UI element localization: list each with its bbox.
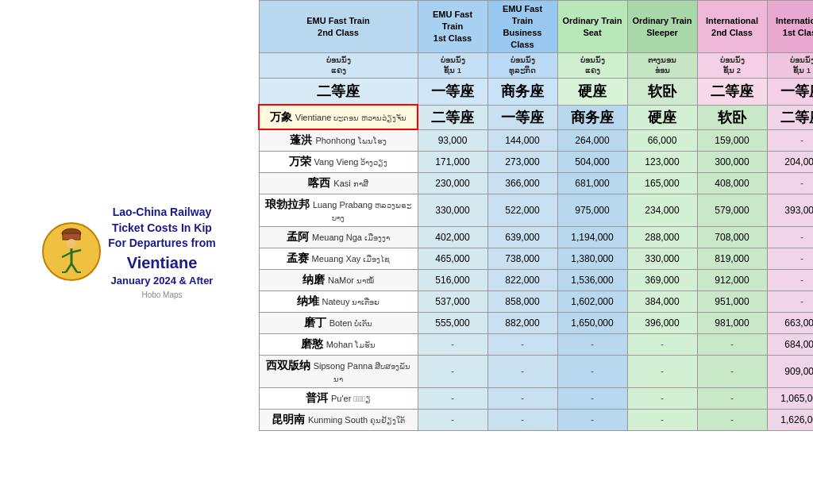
- price-dash: -: [557, 388, 627, 410]
- hobo-maps-label: Hobo Maps: [108, 290, 215, 299]
- price-cell: 165,000: [627, 173, 697, 194]
- col-chinese-ordseat: 硬座: [557, 79, 627, 106]
- price-cell: 639,000: [487, 227, 557, 248]
- price-dash: -: [767, 173, 813, 194]
- table-row: 万象Vientianeບະດອນ ຫວານວ່ຽງຈັນ二等座一等座商务座硬座软…: [259, 105, 813, 129]
- header-row-sub: ບ່ອນນັ່ງແຄງບ່ອນນັ່ງຊັ້ນ 1ບ່ອນນັ່ງທຸລະກິດ…: [259, 53, 813, 79]
- chinese-header-row: 二等座一等座商务座硬座软卧二等座一等座: [259, 79, 813, 106]
- price-cell: 330,000: [418, 194, 487, 227]
- col-header-int2: International2nd Class: [697, 1, 767, 53]
- station-zh: 西双版纳: [266, 359, 310, 371]
- station-zh: 喀西: [308, 176, 330, 189]
- price-dash: -: [487, 334, 557, 356]
- station-en: Luang Prabang: [313, 200, 372, 210]
- price-cell: 230,000: [418, 173, 487, 194]
- price-cell: 1,194,000: [557, 227, 627, 248]
- table-row: 昆明南Kunming Southຄຸນຢ້ຽງໃຕ້-----1,626,000…: [259, 410, 813, 431]
- price-cell: 396,000: [627, 313, 697, 334]
- price-cell: 738,000: [487, 248, 557, 270]
- col-sub-ordseat: ບ່ອນນັ່ງແຄງ: [557, 53, 627, 79]
- station-zh: 孟赛: [287, 252, 309, 264]
- col-header-ordseat: Ordinary TrainSeat: [557, 1, 627, 53]
- price-cell: 159,000: [697, 129, 767, 152]
- price-dash: -: [697, 334, 767, 356]
- station-en: Meuang Nga: [312, 233, 362, 242]
- price-dash: -: [697, 410, 767, 431]
- station-en: Mohan: [326, 340, 353, 349]
- price-cell: 300,000: [697, 152, 767, 173]
- header-panel: Lao-China Railway Ticket Costs In Kip Fo…: [0, 0, 258, 504]
- price-cell: 981,000: [697, 313, 767, 334]
- station-zh: 万象: [270, 110, 292, 123]
- price-cell: 684,000: [767, 334, 813, 356]
- price-cell: 384,000: [627, 291, 697, 313]
- col-sub-int2: ບ່ອນນັ່ງຊັ້ນ 2: [697, 53, 767, 79]
- price-dash: -: [767, 270, 813, 291]
- price-cell: 软卧: [697, 105, 767, 129]
- station-lao: ນາເຕືອຍ: [352, 298, 380, 306]
- price-cell: 一等座: [487, 105, 557, 129]
- price-cell: 951,000: [697, 291, 767, 313]
- station-zh: 纳堆: [297, 294, 319, 307]
- station-en: Sipsong Panna: [314, 361, 373, 371]
- station-en: Vang Vieng: [314, 157, 359, 167]
- station-lao: ກາສີ: [353, 179, 368, 188]
- table-wrapper: EMU Fast Train2nd ClassEMU Fast Train1st…: [258, 0, 813, 504]
- price-cell: 909,000: [767, 356, 813, 388]
- station-en: Kunming South: [308, 415, 368, 425]
- price-cell: 二等座: [418, 105, 487, 129]
- price-cell: 93,000: [418, 129, 487, 152]
- station-zh: 万荣: [289, 155, 311, 167]
- price-cell: 663,000: [767, 313, 813, 334]
- price-dash: -: [418, 334, 487, 356]
- price-cell: 465,000: [418, 248, 487, 270]
- table-row: 琅勃拉邦Luang Prabangຫລວງພຣະບາງ330,000522,00…: [259, 194, 813, 227]
- station-lao: ເມືອງໄຊ: [363, 255, 390, 264]
- price-cell: 819,000: [697, 248, 767, 270]
- station-zh: 孟阿: [287, 230, 309, 243]
- station-lao: ໂພນໂຮງ: [358, 137, 387, 145]
- price-cell: 912,000: [697, 270, 767, 291]
- price-cell: 1,380,000: [557, 248, 627, 270]
- price-cell: 555,000: [418, 313, 487, 334]
- station-zh: 磨丁: [304, 316, 326, 329]
- price-cell: 369,000: [627, 270, 697, 291]
- price-cell: 234,000: [627, 194, 697, 227]
- col-sub-emu2: ບ່ອນນັ່ງແຄງ: [259, 53, 418, 79]
- station-en: Kasi: [333, 179, 350, 188]
- price-cell: 204,000: [767, 152, 813, 173]
- price-dash: -: [767, 227, 813, 248]
- price-cell: 402,000: [418, 227, 487, 248]
- station-zh: 磨憨: [301, 337, 323, 350]
- station-zh: 琅勃拉邦: [265, 198, 310, 210]
- price-cell: 708,000: [697, 227, 767, 248]
- price-cell: 商务座: [557, 105, 627, 129]
- table-row: 孟阿Meuang Ngaເມືອງງາ402,000639,0001,194,0…: [259, 227, 813, 248]
- price-cell: 264,000: [557, 129, 627, 152]
- price-dash: -: [627, 334, 697, 356]
- price-dash: -: [697, 356, 767, 388]
- col-header-emu1: EMU Fast Train1st Class: [418, 1, 487, 53]
- table-row: 西双版纳Sipsong Pannaສີບສອງພັນນາ-----909,000…: [259, 356, 813, 388]
- col-sub-emu1: ບ່ອນນັ່ງຊັ້ນ 1: [418, 53, 487, 79]
- col-header-int1: International1st Class: [767, 1, 813, 53]
- price-dash: -: [557, 334, 627, 356]
- station-lao: ປ຺ູຉຽ: [353, 394, 371, 403]
- price-dash: -: [487, 356, 557, 388]
- price-cell: 330,000: [627, 248, 697, 270]
- price-cell: 144,000: [487, 129, 557, 152]
- table-row: 喀西Kasiກາສີ230,000366,000681,000165,00040…: [259, 173, 813, 194]
- price-dash: -: [487, 410, 557, 431]
- col-chinese-emu1: 一等座: [418, 79, 487, 106]
- col-sub-ordsleep: ຕາງນອນອ່ອນ: [627, 53, 697, 79]
- price-cell: 975,000: [557, 194, 627, 227]
- table-row: 磨丁Botenບ່ໍເຕັນ555,000882,0001,650,000396…: [259, 313, 813, 334]
- price-cell: 366,000: [487, 173, 557, 194]
- station-en: Vientiane: [295, 113, 332, 122]
- price-dash: -: [767, 248, 813, 270]
- station-en: Nateuy: [322, 297, 350, 306]
- svg-rect-2: [63, 233, 80, 240]
- price-cell: 171,000: [418, 152, 487, 173]
- svg-point-3: [67, 239, 76, 248]
- col-header-emu2: EMU Fast Train2nd Class: [259, 1, 418, 53]
